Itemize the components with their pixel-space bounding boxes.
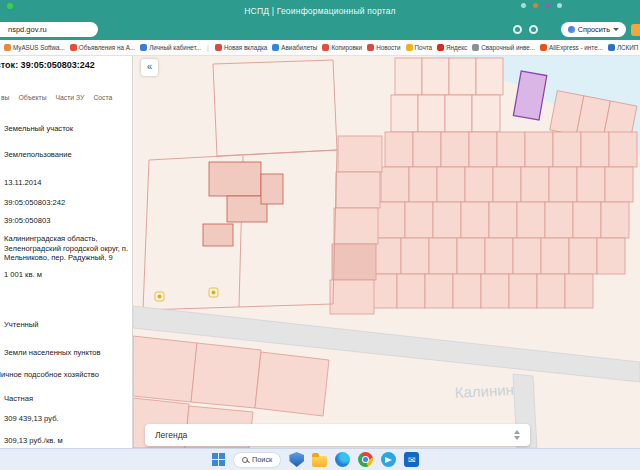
field-value: Земельный участок <box>4 124 73 133</box>
favicon-icon <box>322 44 329 51</box>
favicon-icon <box>215 44 222 51</box>
browser-chrome: НСПД | Геоинформационный портал nspd.gov… <box>0 0 640 40</box>
info-panel: Участок: 39:05:050803:242 вы Объекты Час… <box>0 56 133 448</box>
panel-tabs: вы Объекты Части ЗУ Соста <box>1 94 112 101</box>
legend-label: Легенда <box>155 430 187 440</box>
field-value: Частная <box>4 394 33 403</box>
map-watermark-label: Калинин <box>454 381 514 401</box>
field-value: 309,13 руб./кв. м <box>4 436 63 445</box>
chevron-down-icon <box>613 28 619 31</box>
taskbar-icon-edge[interactable] <box>335 452 350 467</box>
chevron-down-icon <box>514 436 520 440</box>
field-value: Личное подсобное хозяйство <box>0 370 99 379</box>
field-value: 1 001 кв. м <box>4 270 42 279</box>
bookmarks-bar: MyASUS Softwa... Объявления на А... Личн… <box>0 40 640 56</box>
bookmark-item[interactable]: Яндекс <box>437 44 467 51</box>
ask-assistant-label: Спросить <box>578 25 610 34</box>
bookmark-item[interactable]: Копировки <box>322 44 362 51</box>
field-value: 39:05:050803:242 <box>4 198 65 207</box>
marker-dot-icon <box>158 295 162 299</box>
assistant-orb-icon <box>568 26 575 33</box>
browser-extension-icon[interactable] <box>631 24 640 36</box>
bookmark-item[interactable]: MyASUS Softwa... <box>4 44 65 51</box>
bookmark-item[interactable]: AliExpress - инте... <box>540 44 603 51</box>
taskbar-icon-telegram[interactable] <box>381 452 396 467</box>
favicon-icon <box>272 44 279 51</box>
favicon-icon <box>406 44 413 51</box>
bookmark-item[interactable]: Объявления на А... <box>70 44 135 51</box>
portal-content: Участок: 39:05:050803:242 вы Объекты Час… <box>0 56 640 448</box>
taskbar-icon-security[interactable] <box>289 452 304 467</box>
address-bar[interactable]: nspd.gov.ru <box>0 22 98 37</box>
favicon-icon <box>140 44 147 51</box>
collapse-panel-button[interactable]: « <box>141 59 158 76</box>
ask-assistant-button[interactable]: Спросить <box>561 22 626 37</box>
field-value: 13.11.2014 <box>4 178 41 187</box>
windows-logo-icon <box>219 453 225 459</box>
legend-toggle[interactable] <box>514 430 520 440</box>
bookmark-item[interactable]: ЛСКИП <box>608 44 638 51</box>
field-value-address: Калининградская область, Зеленоградский … <box>4 234 131 263</box>
bookmark-item[interactable]: Новая вкладка <box>215 44 267 51</box>
search-icon <box>242 457 248 463</box>
panel-tab[interactable]: Соста <box>93 94 112 101</box>
parcel-grid-top-block[interactable] <box>391 58 503 132</box>
parcel-title: Участок: 39:05:050803:242 <box>0 60 95 70</box>
taskbar-icon-mail[interactable]: ✉ <box>404 452 419 467</box>
favicon-icon <box>437 44 444 51</box>
taskbar-icon-explorer[interactable] <box>312 456 327 467</box>
bookmark-item[interactable]: Сварочный инве... <box>472 44 535 51</box>
bookmarks-separator: | <box>206 44 210 51</box>
chevron-up-icon <box>514 430 520 434</box>
browser-action-icon[interactable] <box>513 25 522 34</box>
bookmark-item[interactable]: Личный кабинет... <box>140 44 201 51</box>
windows-logo-icon <box>212 460 218 466</box>
field-value: Учтенный <box>4 320 38 329</box>
taskbar-search[interactable]: Поиск <box>233 452 281 468</box>
favicon-icon <box>608 44 615 51</box>
favicon-icon <box>70 44 77 51</box>
start-button[interactable] <box>212 453 225 466</box>
map-canvas[interactable]: Калинин « Легенда <box>133 56 640 448</box>
field-value: 309 439,13 руб. <box>4 414 59 423</box>
windows-logo-icon <box>212 453 218 459</box>
taskbar-search-label: Поиск <box>252 455 272 464</box>
panel-tab[interactable]: Объекты <box>19 94 47 101</box>
panel-tab[interactable]: Части ЗУ <box>56 94 85 101</box>
mail-envelope-icon: ✉ <box>408 455 416 465</box>
marker-dot-icon <box>212 291 216 295</box>
legend-bar[interactable]: Легенда <box>145 424 530 446</box>
taskbar-icon-chrome[interactable] <box>358 452 373 467</box>
taskbar: Поиск ✉ <box>0 448 640 470</box>
panel-tab[interactable]: вы <box>1 94 10 101</box>
favicon-icon <box>367 44 374 51</box>
bookmark-item[interactable]: Авиабилеты <box>272 44 317 51</box>
cadastral-map-svg: Калинин <box>133 56 640 448</box>
browser-action-icon[interactable] <box>529 25 538 34</box>
field-value: Землепользование <box>4 150 72 159</box>
favicon-icon <box>472 44 479 51</box>
parcel-strip-left[interactable] <box>330 136 382 314</box>
browser-tab-title: НСПД | Геоинформационный портал <box>0 6 640 16</box>
favicon-icon <box>4 44 11 51</box>
windows-logo-icon <box>219 460 225 466</box>
favicon-icon <box>540 44 547 51</box>
field-value: 39:05:050803 <box>4 216 50 225</box>
bookmark-item[interactable]: Новости <box>367 44 400 51</box>
field-value: Земли населенных пунктов <box>4 348 101 357</box>
bookmark-item[interactable]: Почта <box>406 44 433 51</box>
